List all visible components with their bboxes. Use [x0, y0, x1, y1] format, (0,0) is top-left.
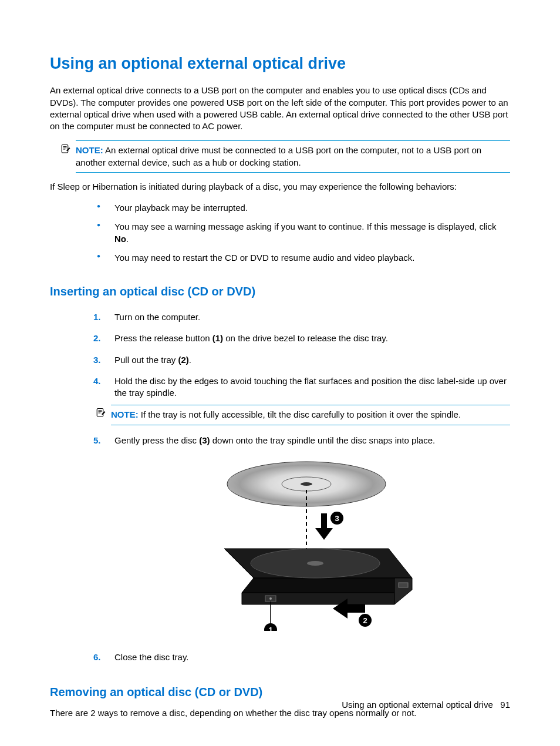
step-text: on the drive bezel to release the disc t…: [223, 333, 388, 343]
note-label: NOTE:: [76, 145, 103, 155]
list-item: Your playback may be interrupted.: [93, 199, 510, 217]
page-footer: Using an optional external optical drive…: [342, 699, 510, 711]
step-text: Hold the disc by the edges to avoid touc…: [114, 376, 507, 398]
svg-text:2: 2: [363, 616, 367, 625]
note-icon: [96, 408, 106, 418]
heading-2-removing: Removing an optical disc (CD or DVD): [50, 684, 510, 700]
footer-title: Using an optional external optical drive: [342, 700, 493, 710]
svg-point-10: [301, 482, 312, 486]
list-text: You may see a warning message asking if …: [114, 221, 497, 231]
note-text: If the tray is not fully accessible, til…: [141, 409, 461, 419]
svg-rect-22: [399, 583, 408, 587]
note-icon: [60, 144, 71, 154]
svg-marker-18: [242, 593, 394, 604]
svg-rect-4: [97, 409, 103, 417]
step-item: Pull out the tray (2).: [93, 350, 510, 371]
list-item: You may need to restart the CD or DVD to…: [93, 248, 510, 267]
step-bold: (1): [212, 333, 223, 343]
svg-marker-21: [394, 578, 412, 604]
footer-page-number: 91: [500, 700, 510, 710]
svg-point-20: [269, 597, 272, 600]
note-text: An external optical drive must be connec…: [76, 145, 481, 167]
svg-rect-0: [62, 145, 68, 153]
svg-point-17: [307, 561, 323, 566]
step-text: Press the release button: [114, 333, 212, 343]
step-note-block: NOTE: If the tray is not fully accessibl…: [111, 405, 510, 425]
svg-text:3: 3: [335, 514, 339, 523]
optical-drive-figure: 3 2: [114, 455, 510, 634]
step-item: Hold the disc by the edges to avoid touc…: [93, 371, 510, 430]
bullet-list: Your playback may be interrupted. You ma…: [93, 199, 510, 267]
list-item: You may see a warning message asking if …: [93, 217, 510, 248]
intro-paragraph: An external optical drive connects to a …: [50, 85, 510, 132]
step-text: Pull out the tray: [114, 355, 178, 365]
svg-marker-15: [242, 578, 412, 593]
note-label: NOTE:: [111, 409, 139, 419]
step-bold: (3): [199, 435, 210, 445]
step-text: Gently press the disc: [114, 435, 199, 445]
step-bold: (2): [178, 355, 188, 365]
step-text: down onto the tray spindle until the dis…: [210, 435, 436, 445]
optical-drive-illustration: 3 2: [207, 455, 418, 631]
svg-text:1: 1: [268, 626, 272, 631]
step-text: .: [189, 355, 191, 365]
heading-1: Using an optional external optical drive: [50, 53, 510, 74]
manual-page: Using an optional external optical drive…: [0, 0, 560, 746]
list-text: .: [126, 234, 129, 244]
step-item: Turn on the computer.: [93, 307, 510, 328]
note-block: NOTE: An external optical drive must be …: [76, 140, 510, 173]
list-bold: No: [114, 234, 126, 244]
heading-2-inserting: Inserting an optical disc (CD or DVD): [50, 284, 510, 300]
step-item: Press the release button (1) on the driv…: [93, 328, 510, 349]
step-item: Close the disc tray.: [93, 647, 510, 668]
ordered-steps: Turn on the computer. Press the release …: [93, 307, 510, 668]
sleep-paragraph: If Sleep or Hibernation is initiated dur…: [50, 181, 510, 193]
step-item: Gently press the disc (3) down onto the …: [93, 430, 510, 647]
